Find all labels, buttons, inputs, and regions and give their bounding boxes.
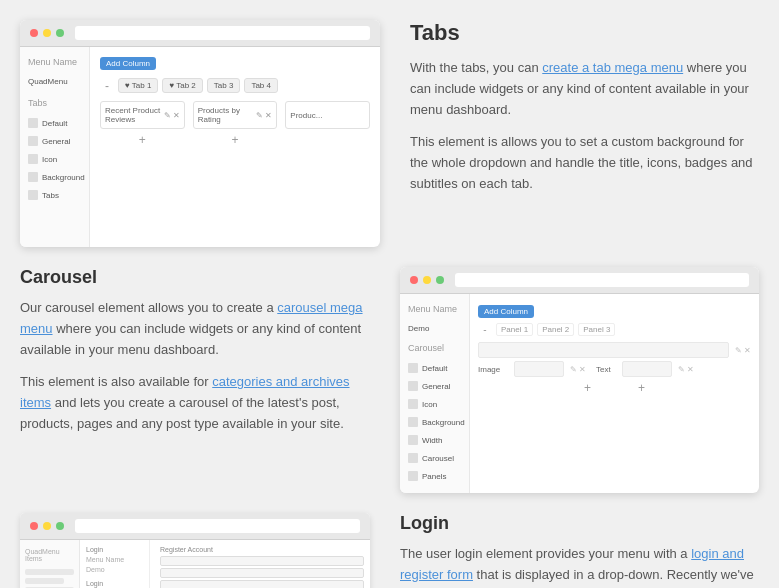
carousel-menu-name-label: Menu Name bbox=[400, 302, 469, 316]
login-browser-panel: QuadMenu Items Login Menu bbox=[20, 513, 380, 588]
login-sidebar: QuadMenu Items bbox=[20, 540, 80, 588]
carousel-sidebar-icon[interactable]: Icon bbox=[400, 395, 469, 413]
tabs-desc-1: With the tabs, you can create a tab mega… bbox=[410, 58, 759, 120]
carousel-main-content: Add Column - Panel 1 Panel 2 Panel 3 bbox=[470, 294, 759, 493]
login-heading: Login bbox=[400, 513, 759, 534]
edit-image[interactable]: ✎ bbox=[570, 365, 577, 374]
default-icon bbox=[28, 118, 38, 128]
carousel-default-icon bbox=[408, 363, 418, 373]
tab-list: - ♥ Tab 1 ♥ Tab 2 Tab 3 Tab 4 bbox=[100, 78, 370, 93]
carousel-sidebar-demo[interactable]: Demo bbox=[400, 320, 469, 337]
tabs-browser-content: Menu Name QuadMenu Tabs Default Genera bbox=[20, 47, 380, 247]
carousel-add-2[interactable]: + bbox=[635, 381, 649, 395]
tabs-main-content: Add Column - ♥ Tab 1 ♥ Tab 2 Tab 3 Tab 4 bbox=[90, 47, 380, 247]
add-column-button[interactable]: Add Column bbox=[100, 57, 156, 70]
sidebar-item-tabs[interactable]: Tabs bbox=[20, 186, 89, 204]
sidebar-item-general[interactable]: General bbox=[20, 132, 89, 150]
carousel-close-dot bbox=[410, 276, 418, 284]
tabs-link-1[interactable]: create a tab mega menu bbox=[542, 60, 683, 75]
login-main-content: Login Menu Name Demo Login Default bbox=[80, 540, 370, 588]
carousel-minimize-dot bbox=[423, 276, 431, 284]
add-panel-btn-2[interactable]: + bbox=[228, 133, 242, 147]
carousel-add-1[interactable]: + bbox=[581, 381, 595, 395]
tabs-desc-2: This element is allows you to set a cust… bbox=[410, 132, 759, 194]
del-sm-1[interactable]: ✕ bbox=[744, 346, 751, 355]
carousel-sidebar-width[interactable]: Width bbox=[400, 431, 469, 449]
carousel-general-icon bbox=[408, 381, 418, 391]
icon-icon bbox=[28, 154, 38, 164]
content-row-background: ✎ ✕ bbox=[478, 342, 751, 358]
image-label: Image bbox=[478, 365, 508, 374]
register-input-1[interactable] bbox=[160, 556, 364, 566]
address-bar bbox=[75, 26, 370, 40]
row-actions-1: ✎ ✕ bbox=[735, 346, 751, 355]
tabs-browser-panel: Menu Name QuadMenu Tabs Default Genera bbox=[20, 20, 380, 247]
carousel-panel-minus[interactable]: - bbox=[478, 322, 492, 336]
tabs-description-panel: Tabs With the tabs, you can create a tab… bbox=[380, 20, 759, 247]
carousel-sidebar-carousel[interactable]: Carousel bbox=[400, 449, 469, 467]
login-address-bar bbox=[75, 519, 360, 533]
carousel-desc-2: This element is also available for categ… bbox=[20, 372, 370, 434]
register-input-3[interactable] bbox=[160, 580, 364, 588]
delete-icon-1[interactable]: ✕ bbox=[173, 111, 180, 120]
carousel-icon-icon bbox=[408, 399, 418, 409]
login-browser-window: QuadMenu Items Login Menu bbox=[20, 513, 370, 588]
carousel-sidebar-default[interactable]: Default bbox=[400, 359, 469, 377]
login-left-col: Login Menu Name Demo Login Default bbox=[80, 540, 150, 588]
bottom-section: QuadMenu Items Login Menu bbox=[0, 513, 779, 588]
add-panel-btn-1[interactable]: + bbox=[135, 133, 149, 147]
carousel-desc-2-after: and lets you create a carousel of the la… bbox=[20, 395, 344, 431]
tab-item-1[interactable]: ♥ Tab 1 bbox=[118, 78, 158, 93]
page-container: Menu Name QuadMenu Tabs Default Genera bbox=[0, 0, 779, 588]
del-image[interactable]: ✕ bbox=[579, 365, 586, 374]
sidebar-item-icon[interactable]: Icon bbox=[20, 150, 89, 168]
sidebar-item-quadmenu[interactable]: QuadMenu bbox=[20, 73, 89, 90]
login-browser-toolbar bbox=[20, 513, 370, 540]
tab-minus-btn[interactable]: - bbox=[100, 79, 114, 93]
login-minimize-dot bbox=[43, 522, 51, 530]
content-row-width: Image ✎ ✕ Text ✎ ✕ bbox=[478, 361, 751, 377]
login-label: Login bbox=[86, 546, 143, 553]
edit-icon-1[interactable]: ✎ bbox=[164, 111, 171, 120]
carousel-browser-window: Menu Name Demo Carousel Default Genera bbox=[400, 267, 759, 493]
login-description-panel: Login The user login element provides yo… bbox=[380, 513, 759, 588]
carousel-add-column-button[interactable]: Add Column bbox=[478, 305, 534, 318]
edit-icon-2[interactable]: ✎ bbox=[256, 111, 263, 120]
tabs-icon bbox=[28, 190, 38, 200]
tab-item-4[interactable]: Tab 4 bbox=[244, 78, 278, 93]
carousel-desc-2-before: This element is also available for bbox=[20, 374, 209, 389]
carousel-desc-1-after: where you can include widgets or any kin… bbox=[20, 321, 361, 357]
del-text[interactable]: ✕ bbox=[687, 365, 694, 374]
login-close-dot bbox=[30, 522, 38, 530]
carousel-desc-1-before: Our carousel element allows you to creat… bbox=[20, 300, 274, 315]
carousel-browser-content: Menu Name Demo Carousel Default Genera bbox=[400, 294, 759, 493]
carousel-sidebar-panels[interactable]: Panels bbox=[400, 467, 469, 485]
tabs-sidebar-label: Tabs bbox=[20, 96, 89, 110]
content-image-box bbox=[514, 361, 564, 377]
edit-sm-1[interactable]: ✎ bbox=[735, 346, 742, 355]
delete-icon-2[interactable]: ✕ bbox=[265, 111, 272, 120]
panel-box-1: Recent Product Reviews ✎ ✕ bbox=[100, 101, 185, 129]
tab-item-2[interactable]: ♥ Tab 2 bbox=[162, 78, 202, 93]
sidebar-item-background[interactable]: Background bbox=[20, 168, 89, 186]
carousel-panel-3[interactable]: Panel 3 bbox=[578, 323, 615, 336]
menu-name-label: Menu Name bbox=[20, 55, 89, 69]
register-input-2[interactable] bbox=[160, 568, 364, 578]
sidebar-demo: Demo bbox=[86, 566, 143, 573]
tab-item-3[interactable]: Tab 3 bbox=[207, 78, 241, 93]
edit-text[interactable]: ✎ bbox=[678, 365, 685, 374]
register-heading: Register Account bbox=[160, 546, 364, 553]
carousel-sidebar-general[interactable]: General bbox=[400, 377, 469, 395]
login-desc-1: The user login element provides your men… bbox=[400, 544, 759, 588]
carousel-carousel-icon bbox=[408, 453, 418, 463]
panels-row: Recent Product Reviews ✎ ✕ Products by R… bbox=[100, 101, 370, 129]
close-dot bbox=[30, 29, 38, 37]
carousel-panel-1[interactable]: Panel 1 bbox=[496, 323, 533, 336]
maximize-dot bbox=[56, 29, 64, 37]
carousel-panel-2[interactable]: Panel 2 bbox=[537, 323, 574, 336]
carousel-sidebar: Menu Name Demo Carousel Default Genera bbox=[400, 294, 470, 493]
carousel-heading: Carousel bbox=[20, 267, 370, 288]
background-icon bbox=[28, 172, 38, 182]
sidebar-item-default[interactable]: Default bbox=[20, 114, 89, 132]
carousel-sidebar-background[interactable]: Background bbox=[400, 413, 469, 431]
